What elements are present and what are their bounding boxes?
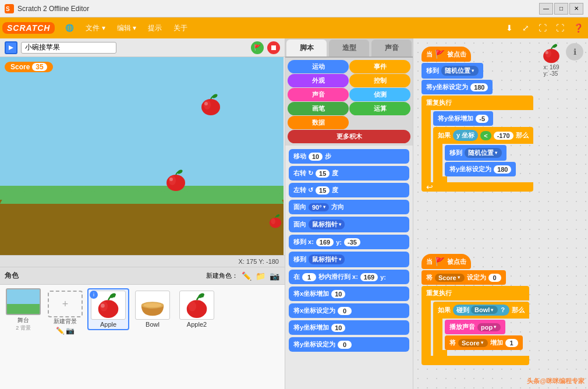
menu-edit[interactable]: 编辑 ▾ [111, 21, 142, 36]
sprite-list: 舞台 2 背景 + 新建背景 ✏️ 📷 i [0, 285, 285, 389]
if-inner: 移到 随机位置 将y坐标设定为 180 [442, 144, 533, 176]
apple-sprite-3 [267, 208, 284, 234]
score-var-dropdown-2[interactable]: Score [458, 339, 488, 347]
import-icon[interactable]: ⬇ [504, 22, 515, 34]
block-turn-right-input[interactable]: 15 [316, 169, 330, 178]
change-y-neg5-input[interactable]: -5 [476, 115, 488, 123]
cat-sound[interactable]: 声音 [288, 88, 349, 101]
bowl-dropdown[interactable]: Bowl [471, 306, 498, 314]
block-turn-left-input[interactable]: 15 [316, 186, 330, 194]
sprite-item-bowl[interactable]: Bowl [132, 288, 173, 330]
stage-thumbnail[interactable]: 舞台 2 背景 [3, 288, 43, 332]
expand-icon[interactable]: ⤢ [520, 22, 532, 34]
left-panel: 🚩 Score 35 [0, 38, 285, 389]
block-move[interactable]: 移动 10 步 [289, 149, 409, 164]
bg-paint-icon[interactable]: ✏️ [56, 327, 65, 335]
cat-pen[interactable]: 画笔 [288, 102, 349, 115]
block-play-sound[interactable]: 播放声音 pop [445, 320, 505, 334]
scripts-area[interactable]: x: 169y: -35 ℹ 当 🚩 被点击 移到 随机位置 将y坐标设定为 1… [413, 38, 588, 389]
green-flag-button[interactable]: 🚩 [251, 41, 264, 54]
cat-sensing[interactable]: 侦测 [349, 88, 410, 101]
block-goto-mouse-dropdown[interactable]: 鼠标指针 [309, 254, 345, 264]
hat-when-flag-2[interactable]: 当 🚩 被点击 [421, 254, 471, 269]
block-change-y[interactable]: 将y坐标增加 10 [289, 320, 409, 335]
block-set-y-180[interactable]: 将y坐标设定为 180 [421, 80, 493, 94]
new-sprite-camera-icon[interactable]: 📷 [268, 270, 280, 282]
block-glide[interactable]: 在 1 秒内滑行到 x: 169 y: [289, 270, 409, 284]
block-turn-left[interactable]: 左转 ↺ 15 度 [289, 183, 409, 197]
stage-name-input[interactable] [21, 42, 116, 54]
block-change-score[interactable]: 将 Score 增加 1 [445, 335, 523, 350]
cat-data[interactable]: 数据 [288, 116, 349, 129]
block-face-mouse[interactable]: 面向 鼠标指针 [289, 217, 409, 232]
block-change-y-input[interactable]: 10 [331, 324, 345, 332]
block-set-score[interactable]: 将 Score 设定为 0 [421, 270, 506, 285]
block-set-y-input[interactable]: 0 [338, 341, 352, 349]
fullscreen-icon[interactable]: ⛶ [536, 22, 549, 34]
goto-random-dropdown-2[interactable]: 随机位置 [465, 148, 502, 158]
block-set-x[interactable]: 将x坐标设定为 0 [289, 303, 409, 318]
block-glide-secs[interactable]: 1 [302, 273, 316, 281]
sprite-item-apple[interactable]: i Apple [87, 288, 129, 330]
info-button[interactable]: ℹ [566, 43, 583, 61]
menu-about[interactable]: 关于 [168, 21, 193, 36]
bg-camera-icon[interactable]: 📷 [66, 327, 75, 335]
repeat-inner: 将y坐标增加 -5 如果 y 坐标 < [431, 110, 533, 182]
if-value[interactable]: -170 [494, 132, 513, 140]
block-change-x-input[interactable]: 10 [331, 290, 345, 298]
new-sprite-file-icon[interactable]: 📁 [254, 270, 266, 282]
repeat2-top[interactable]: 重复执行 [421, 286, 529, 300]
if-top[interactable]: 如果 y 坐标 < -170 那么 [433, 127, 533, 144]
set-score-val[interactable]: 0 [488, 274, 501, 282]
tab-script[interactable]: 脚本 [286, 40, 327, 56]
if2-left-bar [433, 319, 442, 350]
block-change-x[interactable]: 将x坐标增加 10 [289, 287, 409, 301]
svg-point-8 [204, 102, 208, 105]
hat-when-flag-1[interactable]: 当 🚩 被点击 [421, 47, 471, 62]
set-y-180-input[interactable]: 180 [470, 83, 488, 91]
block-face-mouse-dropdown[interactable]: 鼠标指针 [309, 220, 345, 229]
cat-motion[interactable]: 运动 [288, 60, 349, 73]
minimize-button[interactable]: — [539, 3, 553, 15]
block-goto-random-1[interactable]: 移到 随机位置 [421, 63, 483, 79]
block-goto-xy[interactable]: 移到 x: 169 y: -35 [289, 235, 409, 249]
sprite-item-apple2[interactable]: Apple2 [176, 288, 218, 330]
block-glide-x[interactable]: 169 [360, 273, 378, 281]
sound-dropdown[interactable]: pop [477, 323, 501, 331]
goto-random-dropdown-1[interactable]: 随机位置 [441, 66, 479, 76]
menu-file[interactable]: 文件 ▾ [80, 21, 111, 36]
cat-looks[interactable]: 外观 [288, 74, 349, 87]
cat-more[interactable]: 更多积木 [288, 130, 410, 143]
block-turn-right[interactable]: 右转 ↻ 15 度 [289, 166, 409, 181]
tab-costume[interactable]: 造型 [329, 40, 369, 56]
block-set-y-180b[interactable]: 将y坐标设定为 180 [445, 162, 516, 176]
block-change-y-neg5[interactable]: 将y坐标增加 -5 [433, 111, 493, 126]
if2-top[interactable]: 如果 碰到 Bowl ？ 那么 [433, 302, 529, 319]
block-face[interactable]: 面向 90° 方向 [289, 200, 409, 214]
score-var-dropdown-1[interactable]: Score [435, 274, 465, 282]
change-score-val[interactable]: 1 [505, 339, 518, 347]
cat-operators[interactable]: 运算 [349, 102, 410, 115]
block-goto-y[interactable]: -35 [344, 238, 360, 246]
repeat-top[interactable]: 重复执行 [421, 96, 533, 110]
cat-events[interactable]: 事件 [349, 60, 410, 73]
close-button[interactable]: ✕ [569, 3, 583, 15]
stop-button[interactable] [267, 41, 280, 54]
block-goto-random-2[interactable]: 移到 随机位置 [445, 145, 506, 161]
block-goto-mouse[interactable]: 移到 鼠标指针 [289, 252, 409, 267]
new-sprite-paint-icon[interactable]: ✏️ [240, 270, 252, 282]
block-set-x-input[interactable]: 0 [338, 307, 352, 315]
block-move-input[interactable]: 10 [309, 153, 323, 161]
maximize-button[interactable]: □ [554, 3, 568, 15]
menu-help[interactable]: 提示 [142, 21, 168, 36]
help-icon[interactable]: ❓ [571, 22, 586, 34]
fullscreen2-icon[interactable]: ⛶ [554, 22, 566, 34]
set-y-180b-input[interactable]: 180 [494, 165, 511, 174]
tab-sound[interactable]: 声音 [371, 40, 412, 56]
menu-globe[interactable]: 🌐 [59, 22, 80, 34]
block-face-dropdown[interactable]: 90° [309, 203, 329, 211]
new-bg-button[interactable]: + [48, 291, 83, 317]
block-set-y[interactable]: 将y坐标设定为 0 [289, 337, 409, 352]
cat-control[interactable]: 控制 [349, 74, 410, 87]
block-goto-x[interactable]: 169 [316, 238, 334, 246]
